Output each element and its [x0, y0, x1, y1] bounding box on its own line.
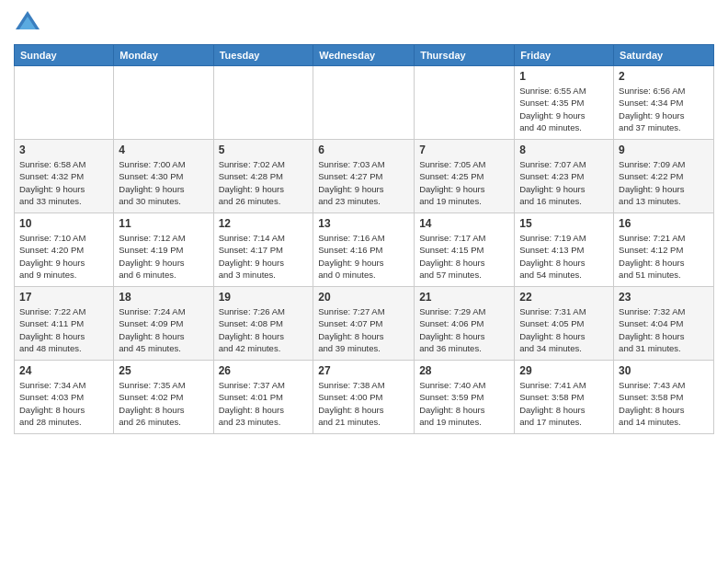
day-cell	[313, 66, 415, 140]
day-info: Sunrise: 7:27 AM Sunset: 4:07 PM Dayligh…	[318, 305, 409, 354]
day-cell: 13Sunrise: 7:16 AM Sunset: 4:16 PM Dayli…	[313, 213, 415, 287]
day-info: Sunrise: 7:09 AM Sunset: 4:22 PM Dayligh…	[619, 158, 709, 207]
day-number: 8	[519, 144, 609, 156]
day-cell: 23Sunrise: 7:32 AM Sunset: 4:04 PM Dayli…	[614, 287, 714, 361]
day-info: Sunrise: 7:26 AM Sunset: 4:08 PM Dayligh…	[219, 305, 309, 354]
day-cell: 22Sunrise: 7:31 AM Sunset: 4:05 PM Dayli…	[515, 287, 614, 361]
day-info: Sunrise: 7:24 AM Sunset: 4:09 PM Dayligh…	[119, 305, 208, 354]
day-cell	[15, 66, 114, 140]
week-row-2: 3Sunrise: 6:58 AM Sunset: 4:32 PM Daylig…	[15, 140, 714, 213]
day-cell: 21Sunrise: 7:29 AM Sunset: 4:06 PM Dayli…	[415, 287, 515, 361]
day-number: 20	[318, 291, 409, 304]
day-cell: 19Sunrise: 7:26 AM Sunset: 4:08 PM Dayli…	[213, 287, 313, 361]
calendar: SundayMondayTuesdayWednesdayThursdayFrid…	[14, 44, 714, 434]
week-row-4: 17Sunrise: 7:22 AM Sunset: 4:11 PM Dayli…	[15, 287, 714, 361]
day-number: 24	[19, 364, 108, 377]
weekday-row: SundayMondayTuesdayWednesdayThursdayFrid…	[15, 45, 714, 66]
day-number: 1	[519, 70, 609, 83]
day-number: 19	[219, 291, 309, 304]
day-cell: 11Sunrise: 7:12 AM Sunset: 4:19 PM Dayli…	[114, 213, 213, 287]
week-row-5: 24Sunrise: 7:34 AM Sunset: 4:03 PM Dayli…	[15, 361, 714, 434]
day-number: 2	[619, 70, 709, 83]
weekday-header-sunday: Sunday	[15, 45, 114, 66]
day-number: 17	[19, 291, 108, 304]
day-cell: 4Sunrise: 7:00 AM Sunset: 4:30 PM Daylig…	[114, 140, 213, 213]
day-cell: 3Sunrise: 6:58 AM Sunset: 4:32 PM Daylig…	[15, 140, 114, 213]
day-cell: 6Sunrise: 7:03 AM Sunset: 4:27 PM Daylig…	[313, 140, 415, 213]
day-info: Sunrise: 7:43 AM Sunset: 3:58 PM Dayligh…	[619, 379, 709, 428]
weekday-header-friday: Friday	[515, 45, 614, 66]
day-info: Sunrise: 7:16 AM Sunset: 4:16 PM Dayligh…	[318, 232, 409, 281]
day-cell: 5Sunrise: 7:02 AM Sunset: 4:28 PM Daylig…	[213, 140, 313, 213]
weekday-header-tuesday: Tuesday	[213, 45, 313, 66]
day-info: Sunrise: 7:17 AM Sunset: 4:15 PM Dayligh…	[419, 232, 509, 281]
day-info: Sunrise: 7:00 AM Sunset: 4:30 PM Dayligh…	[119, 158, 208, 207]
day-cell: 12Sunrise: 7:14 AM Sunset: 4:17 PM Dayli…	[213, 213, 313, 287]
day-info: Sunrise: 7:41 AM Sunset: 3:58 PM Dayligh…	[519, 379, 609, 428]
day-info: Sunrise: 7:10 AM Sunset: 4:20 PM Dayligh…	[19, 232, 108, 281]
logo	[14, 9, 45, 37]
week-row-3: 10Sunrise: 7:10 AM Sunset: 4:20 PM Dayli…	[15, 213, 714, 287]
day-cell: 10Sunrise: 7:10 AM Sunset: 4:20 PM Dayli…	[15, 213, 114, 287]
day-cell: 8Sunrise: 7:07 AM Sunset: 4:23 PM Daylig…	[515, 140, 614, 213]
day-number: 12	[219, 217, 309, 230]
weekday-header-wednesday: Wednesday	[313, 45, 415, 66]
calendar-header: SundayMondayTuesdayWednesdayThursdayFrid…	[15, 45, 714, 66]
day-cell: 25Sunrise: 7:35 AM Sunset: 4:02 PM Dayli…	[114, 361, 213, 434]
day-number: 25	[119, 364, 208, 377]
logo-icon	[14, 9, 41, 37]
day-info: Sunrise: 7:05 AM Sunset: 4:25 PM Dayligh…	[419, 158, 509, 207]
day-info: Sunrise: 7:14 AM Sunset: 4:17 PM Dayligh…	[219, 232, 309, 281]
day-number: 29	[519, 364, 609, 377]
day-info: Sunrise: 7:19 AM Sunset: 4:13 PM Dayligh…	[519, 232, 609, 281]
day-info: Sunrise: 7:02 AM Sunset: 4:28 PM Dayligh…	[219, 158, 309, 207]
day-cell	[213, 66, 313, 140]
day-number: 18	[119, 291, 208, 304]
day-number: 7	[419, 144, 509, 156]
day-info: Sunrise: 7:12 AM Sunset: 4:19 PM Dayligh…	[119, 232, 208, 281]
day-number: 22	[519, 291, 609, 304]
day-info: Sunrise: 7:31 AM Sunset: 4:05 PM Dayligh…	[519, 305, 609, 354]
day-cell: 16Sunrise: 7:21 AM Sunset: 4:12 PM Dayli…	[614, 213, 714, 287]
day-number: 26	[219, 364, 309, 377]
header	[14, 9, 714, 37]
day-info: Sunrise: 7:37 AM Sunset: 4:01 PM Dayligh…	[219, 379, 309, 428]
day-info: Sunrise: 7:38 AM Sunset: 4:00 PM Dayligh…	[318, 379, 409, 428]
day-number: 15	[519, 217, 609, 230]
day-number: 9	[619, 144, 709, 156]
day-cell: 20Sunrise: 7:27 AM Sunset: 4:07 PM Dayli…	[313, 287, 415, 361]
day-cell	[415, 66, 515, 140]
day-cell: 24Sunrise: 7:34 AM Sunset: 4:03 PM Dayli…	[15, 361, 114, 434]
page: SundayMondayTuesdayWednesdayThursdayFrid…	[0, 0, 728, 563]
day-info: Sunrise: 6:58 AM Sunset: 4:32 PM Dayligh…	[19, 158, 108, 207]
day-info: Sunrise: 6:56 AM Sunset: 4:34 PM Dayligh…	[619, 85, 709, 133]
day-cell: 29Sunrise: 7:41 AM Sunset: 3:58 PM Dayli…	[515, 361, 614, 434]
day-number: 5	[219, 144, 309, 156]
day-number: 11	[119, 217, 208, 230]
day-cell: 27Sunrise: 7:38 AM Sunset: 4:00 PM Dayli…	[313, 361, 415, 434]
day-cell	[114, 66, 213, 140]
day-cell: 14Sunrise: 7:17 AM Sunset: 4:15 PM Dayli…	[415, 213, 515, 287]
day-info: Sunrise: 7:07 AM Sunset: 4:23 PM Dayligh…	[519, 158, 609, 207]
week-row-1: 1Sunrise: 6:55 AM Sunset: 4:35 PM Daylig…	[15, 66, 714, 140]
weekday-header-thursday: Thursday	[415, 45, 515, 66]
day-number: 6	[318, 144, 409, 156]
day-cell: 2Sunrise: 6:56 AM Sunset: 4:34 PM Daylig…	[614, 66, 714, 140]
day-number: 14	[419, 217, 509, 230]
weekday-header-monday: Monday	[114, 45, 213, 66]
day-number: 21	[419, 291, 509, 304]
day-cell: 28Sunrise: 7:40 AM Sunset: 3:59 PM Dayli…	[415, 361, 515, 434]
day-cell: 17Sunrise: 7:22 AM Sunset: 4:11 PM Dayli…	[15, 287, 114, 361]
day-cell: 18Sunrise: 7:24 AM Sunset: 4:09 PM Dayli…	[114, 287, 213, 361]
day-number: 16	[619, 217, 709, 230]
day-number: 27	[318, 364, 409, 377]
calendar-body: 1Sunrise: 6:55 AM Sunset: 4:35 PM Daylig…	[15, 66, 714, 434]
day-info: Sunrise: 7:32 AM Sunset: 4:04 PM Dayligh…	[619, 305, 709, 354]
day-info: Sunrise: 7:35 AM Sunset: 4:02 PM Dayligh…	[119, 379, 208, 428]
day-info: Sunrise: 7:22 AM Sunset: 4:11 PM Dayligh…	[19, 305, 108, 354]
day-info: Sunrise: 6:55 AM Sunset: 4:35 PM Dayligh…	[519, 85, 609, 133]
day-cell: 30Sunrise: 7:43 AM Sunset: 3:58 PM Dayli…	[614, 361, 714, 434]
weekday-header-saturday: Saturday	[614, 45, 714, 66]
day-info: Sunrise: 7:29 AM Sunset: 4:06 PM Dayligh…	[419, 305, 509, 354]
day-number: 10	[19, 217, 108, 230]
